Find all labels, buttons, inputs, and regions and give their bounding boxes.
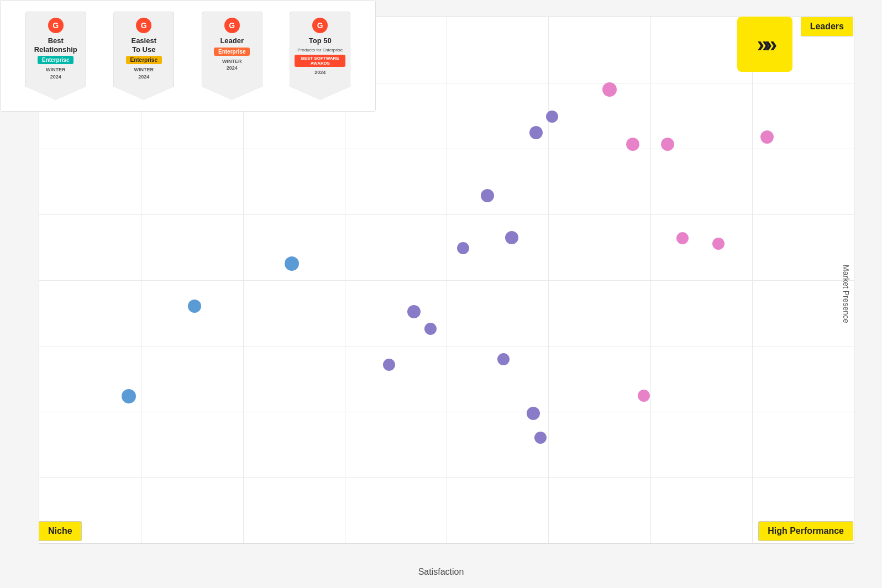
leaders-label: Leaders (801, 17, 853, 36)
g2-logo-4: G (312, 18, 328, 33)
badge-season-1: WINTER2024 (46, 66, 66, 80)
badge-main-3: Leader (220, 36, 244, 45)
badge-season-4: 2024 (314, 69, 326, 76)
badge-main-2: EasiestTo Use (131, 36, 156, 54)
miro-logo-box[interactable]: »» (737, 17, 792, 72)
y-axis-label: Market Presence (842, 265, 851, 323)
g2-logo-2: G (136, 18, 151, 33)
award-leader: G Leader Enterprise WINTER2024 (193, 12, 271, 100)
niche-label: Niche (39, 521, 82, 541)
badge-cat-1: Enterprise (38, 56, 74, 64)
badge-cat-4: BEST SOFTWARE AWARDS (295, 55, 345, 67)
award-best-relationship: G BestRelationship Enterprise WINTER2024 (17, 12, 95, 100)
badge-cat-2: Enterprise (126, 56, 162, 64)
high-performance-label: High Performance (758, 521, 853, 541)
miro-logo-icon: »» (757, 32, 773, 57)
award-top50: G Top 50 Products for Enterprise BEST SO… (282, 12, 359, 100)
badge-main-1: BestRelationship (34, 36, 77, 54)
badge-cat-3: Enterprise (214, 48, 250, 56)
badge-sub-4: Products for Enterprise (297, 48, 343, 53)
badge-season-2: WINTER2024 (134, 66, 154, 80)
g2-logo-3: G (224, 18, 240, 33)
awards-panel: G BestRelationship Enterprise WINTER2024… (0, 0, 376, 112)
g2-logo-1: G (48, 18, 64, 33)
badge-main-4: Top 50 (309, 36, 332, 45)
x-axis-label: Satisfaction (418, 567, 464, 577)
award-easiest-to-use: G EasiestTo Use Enterprise WINTER2024 (106, 12, 183, 100)
badge-season-3: WINTER2024 (222, 58, 242, 72)
